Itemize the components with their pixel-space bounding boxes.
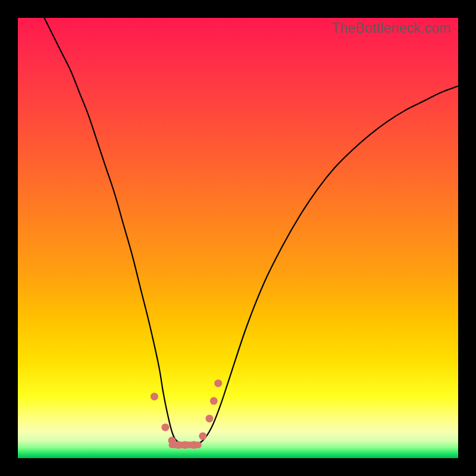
data-marker <box>205 415 213 422</box>
data-markers <box>151 380 222 449</box>
data-marker <box>161 424 169 431</box>
data-marker <box>214 380 222 387</box>
data-marker <box>181 441 189 449</box>
plot-area: TheBottleneck.com <box>18 18 458 458</box>
data-marker <box>190 441 198 449</box>
data-marker <box>210 397 218 405</box>
data-marker <box>175 441 183 449</box>
data-marker <box>199 433 206 440</box>
data-marker <box>168 437 176 444</box>
data-marker <box>151 393 158 400</box>
curve-line <box>44 18 458 446</box>
chart-frame: TheBottleneck.com <box>0 0 476 476</box>
bottleneck-curve <box>18 18 458 458</box>
